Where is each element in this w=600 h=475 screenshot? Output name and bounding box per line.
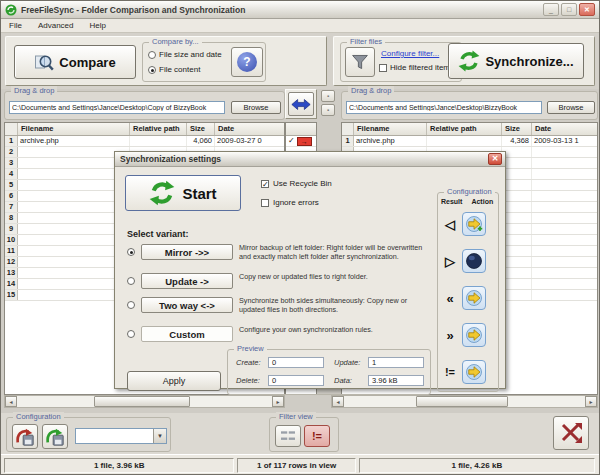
update-value: 1 bbox=[368, 357, 424, 368]
scrollbar-thumb[interactable] bbox=[416, 396, 508, 407]
window-titlebar[interactable]: FreeFileSync - Folder Comparison and Syn… bbox=[1, 1, 599, 19]
config-group: Configuration ▼ bbox=[6, 417, 171, 452]
green-sync-arrows-icon bbox=[149, 180, 175, 206]
table-row[interactable]: 1 archive.php 4,368 2009-03-13 1 bbox=[342, 136, 597, 147]
action-delete-button[interactable] bbox=[462, 249, 486, 273]
column-header-relative-path[interactable]: Relative path bbox=[130, 123, 187, 135]
start-button[interactable]: Start bbox=[125, 175, 241, 211]
filter-button[interactable] bbox=[345, 47, 375, 77]
variant-update[interactable]: Update -> Copy new or updated files to r… bbox=[127, 273, 433, 289]
status-bar: 1 file, 3.96 kB 1 of 117 rows in view 1 … bbox=[1, 454, 599, 475]
column-header-filename[interactable]: Filename bbox=[354, 123, 427, 135]
left-path-input[interactable] bbox=[9, 101, 225, 114]
equal-rows-icon bbox=[279, 429, 297, 443]
apply-button[interactable]: Apply bbox=[127, 371, 221, 391]
column-header-size[interactable]: Size bbox=[502, 123, 532, 135]
window-title: FreeFileSync - Folder Comparison and Syn… bbox=[21, 5, 541, 15]
scroll-left-arrow[interactable]: ◂ bbox=[332, 396, 344, 407]
middle-mini-button-top[interactable]: ▪ bbox=[321, 90, 335, 102]
delete-label: Delete: bbox=[236, 376, 260, 385]
result-header: Result bbox=[441, 198, 462, 205]
ignore-errors-checkbox[interactable]: Ignore errors bbox=[261, 198, 319, 207]
exclude-rows-button[interactable] bbox=[553, 416, 589, 450]
cell-date: 2009-03-27 0 bbox=[215, 136, 284, 146]
variant-custom[interactable]: Custom Configure your own synchronizatio… bbox=[127, 326, 433, 342]
use-recycle-checkbox[interactable]: ✓ Use Recycle Bin bbox=[261, 179, 332, 188]
radio-icon[interactable] bbox=[127, 330, 135, 338]
action-copy-different-button[interactable] bbox=[462, 360, 486, 384]
column-header-relative-path[interactable]: Relative path bbox=[427, 123, 502, 135]
show-different-button[interactable]: != bbox=[304, 425, 330, 447]
configuration-label: Configuration bbox=[444, 187, 495, 196]
dialog-titlebar[interactable]: Synchronization settings ✕ bbox=[115, 152, 505, 167]
custom-button[interactable]: Custom bbox=[141, 326, 233, 342]
menu-item[interactable]: Help bbox=[81, 21, 113, 30]
variant-mirror[interactable]: Mirror ->> Mirror backup of left folder:… bbox=[127, 244, 433, 261]
radio-icon[interactable] bbox=[127, 301, 135, 309]
sync-direction-row[interactable]: ✓ → bbox=[286, 136, 316, 147]
column-header-date[interactable]: Date bbox=[215, 123, 284, 135]
sync-settings-dialog: Synchronization settings ✕ Start ✓ Use R… bbox=[114, 151, 506, 389]
right-browse-button[interactable]: Browse bbox=[547, 101, 595, 114]
radio-file-size-date[interactable]: File size and date bbox=[148, 50, 222, 59]
menu-item[interactable]: Advanced bbox=[30, 21, 82, 30]
table-row[interactable]: 1 archive.php 4,060 2009-03-27 0 bbox=[5, 136, 284, 147]
hide-filtered-checkbox[interactable]: Hide filtered items bbox=[379, 63, 454, 72]
scrollbar-thumb[interactable] bbox=[94, 396, 191, 407]
cell-date: 2009-03-13 1 bbox=[532, 136, 597, 146]
load-config-button[interactable] bbox=[42, 424, 68, 449]
sync-direction-badge[interactable]: → bbox=[297, 137, 312, 146]
compare-button[interactable]: Compare bbox=[14, 45, 136, 79]
close-button[interactable]: ✕ bbox=[579, 3, 595, 16]
column-header-filename[interactable]: Filename bbox=[18, 123, 130, 135]
scroll-left-arrow[interactable]: ◂ bbox=[5, 396, 17, 407]
dark-sphere-icon bbox=[465, 252, 483, 270]
variant-two-way[interactable]: Two way <-> Synchronize both sides simul… bbox=[127, 297, 433, 314]
action-copy-left-newer-button[interactable] bbox=[462, 286, 486, 310]
column-header-size[interactable]: Size bbox=[187, 123, 215, 135]
cell-size: 4,368 bbox=[502, 136, 532, 146]
mirror-description: Mirror backup of left folder: Right fold… bbox=[239, 244, 433, 261]
scroll-right-arrow[interactable]: ▸ bbox=[272, 396, 284, 407]
synchronize-button[interactable]: Synchronize... bbox=[448, 43, 584, 79]
swap-sides-button[interactable] bbox=[288, 92, 314, 116]
arrow-right-icon bbox=[465, 289, 483, 307]
configure-filter-link[interactable]: Configure filter... bbox=[381, 49, 439, 58]
left-horizontal-scrollbar[interactable]: ◂ ▸ bbox=[4, 395, 285, 408]
chevron-down-icon[interactable]: ▼ bbox=[153, 429, 166, 443]
radio-icon-selected bbox=[148, 66, 156, 74]
two-way-button[interactable]: Two way <-> bbox=[141, 297, 233, 313]
arrow-right-icon bbox=[465, 363, 483, 381]
action-copy-right-newer-button[interactable] bbox=[462, 323, 486, 347]
middle-mini-button-bottom[interactable]: ▪ bbox=[321, 104, 335, 116]
row-checkbox[interactable]: ✓ bbox=[288, 137, 295, 145]
radio-file-content[interactable]: File content bbox=[148, 65, 200, 74]
radio-icon[interactable] bbox=[127, 277, 135, 285]
mirror-button[interactable]: Mirror ->> bbox=[141, 244, 233, 260]
update-description: Copy new or updated files to right folde… bbox=[239, 273, 433, 282]
right-path-input[interactable] bbox=[346, 101, 542, 114]
left-dragdrop-label: Drag & drop bbox=[11, 86, 57, 95]
minimize-button[interactable]: _ bbox=[543, 3, 559, 16]
column-header-date[interactable]: Date bbox=[532, 123, 597, 135]
data-value: 3.96 kB bbox=[368, 375, 424, 386]
help-button[interactable]: ? bbox=[231, 47, 263, 77]
result-left-only-glyph: ◁ bbox=[438, 217, 462, 232]
save-config-button[interactable] bbox=[12, 424, 38, 449]
right-horizontal-scrollbar[interactable]: ◂ ▸ bbox=[331, 395, 598, 408]
left-browse-button[interactable]: Browse bbox=[231, 101, 281, 114]
config-preset-select[interactable]: ▼ bbox=[75, 428, 167, 444]
checkbox-checked-icon: ✓ bbox=[261, 180, 269, 188]
radio-icon-selected[interactable] bbox=[127, 248, 135, 256]
synchronize-button-label: Synchronize... bbox=[485, 54, 573, 69]
magnifier-icon bbox=[34, 52, 54, 72]
show-equal-button[interactable] bbox=[275, 425, 301, 447]
menu-item[interactable]: File bbox=[1, 21, 30, 30]
update-button[interactable]: Update -> bbox=[141, 273, 233, 289]
scroll-right-arrow[interactable]: ▸ bbox=[585, 396, 597, 407]
action-copy-new-button[interactable] bbox=[462, 212, 486, 236]
compare-by-group: Compare by... File size and date File co… bbox=[142, 42, 266, 82]
maximize-button[interactable]: □ bbox=[561, 3, 577, 16]
checkbox-icon bbox=[379, 64, 387, 72]
dialog-close-button[interactable]: ✕ bbox=[488, 153, 502, 165]
